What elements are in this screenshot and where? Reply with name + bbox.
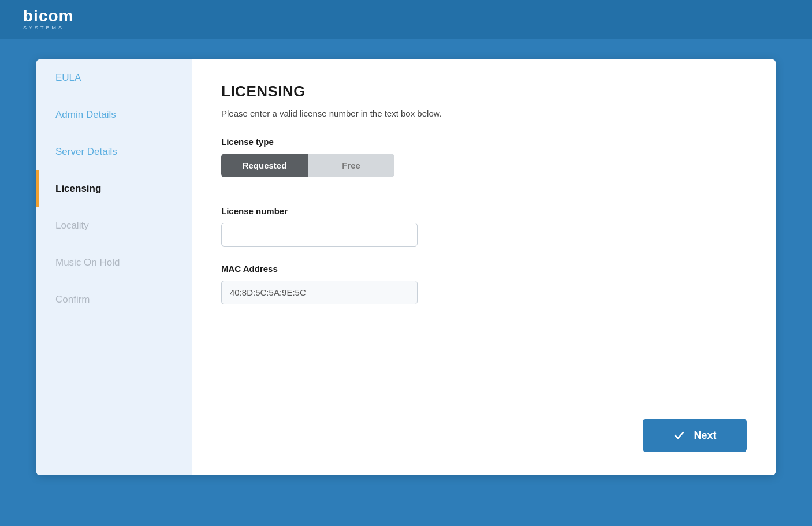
toggle-free[interactable]: Free [308, 154, 394, 177]
sidebar-item-licensing[interactable]: Licensing [36, 170, 192, 207]
license-number-group: License number [221, 204, 747, 249]
license-type-toggle: Requested Free [221, 154, 394, 177]
sidebar-item-server-details[interactable]: Server Details [36, 133, 192, 170]
page-description: Please enter a valid license number in t… [221, 109, 747, 118]
logo: bicom SYSTEMS [23, 8, 73, 31]
page-title: LICENSING [221, 83, 747, 100]
bottom-bar: Next [221, 401, 747, 452]
sidebar-item-eula[interactable]: EULA [36, 59, 192, 96]
sidebar-item-locality: Locality [36, 207, 192, 244]
mac-address-input[interactable] [221, 281, 418, 304]
license-type-group: License type Requested Free [221, 135, 747, 191]
sidebar-item-music-on-hold: Music On Hold [36, 244, 192, 281]
content-area: LICENSING Please enter a valid license n… [192, 59, 776, 475]
app-header: bicom SYSTEMS [0, 0, 812, 39]
next-button-label: Next [694, 430, 716, 442]
main-container: EULA Admin Details Server Details Licens… [36, 59, 776, 475]
mac-address-group: MAC Address [221, 262, 747, 307]
sidebar-item-admin-details[interactable]: Admin Details [36, 96, 192, 133]
logo-sub: SYSTEMS [23, 25, 73, 31]
license-type-label: License type [221, 137, 747, 147]
sidebar-item-confirm: Confirm [36, 281, 192, 318]
sidebar: EULA Admin Details Server Details Licens… [36, 59, 192, 475]
mac-address-label: MAC Address [221, 264, 747, 274]
next-button[interactable]: Next [643, 419, 747, 452]
license-number-input[interactable] [221, 223, 418, 247]
check-icon [673, 429, 686, 442]
logo-text: bicom [23, 7, 73, 25]
toggle-requested[interactable]: Requested [221, 154, 308, 177]
license-number-label: License number [221, 206, 747, 216]
